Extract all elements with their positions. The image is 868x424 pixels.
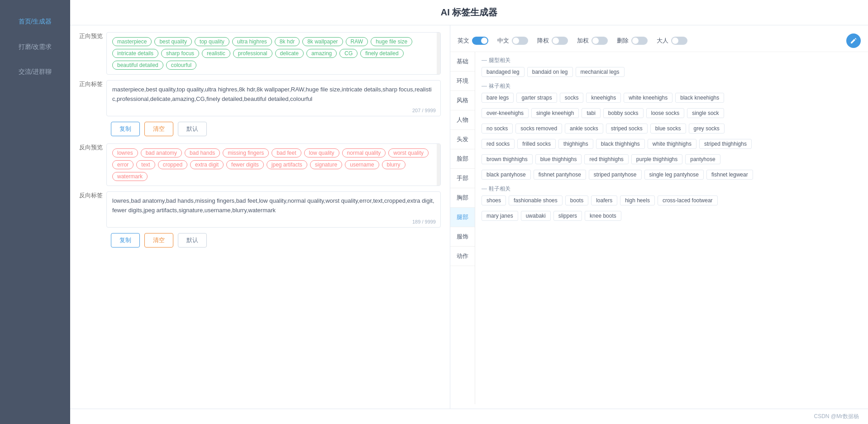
category-item-8[interactable]: 腿部: [450, 208, 475, 227]
toggle-switch-1[interactable]: [512, 37, 528, 45]
tag-item[interactable]: bandaid on leg: [527, 67, 573, 77]
tag-item[interactable]: purple thighhighs: [631, 154, 682, 164]
negative-tag[interactable]: fewer digits: [226, 160, 264, 169]
toggle-switch-4[interactable]: [631, 37, 648, 45]
negative-tag[interactable]: normal quality: [342, 148, 386, 157]
positive-tag[interactable]: CG: [339, 49, 358, 58]
tag-item[interactable]: brown thighhighs: [482, 154, 533, 164]
positive-tag[interactable]: RAW: [346, 37, 368, 46]
tag-item[interactable]: no socks: [482, 124, 513, 133]
tag-item[interactable]: black kneehighs: [675, 93, 724, 103]
tag-item[interactable]: fishnet pantyhose: [534, 170, 586, 180]
tag-item[interactable]: white kneehighs: [624, 93, 672, 103]
positive-tag[interactable]: top quality: [195, 37, 229, 46]
positive-scrollbar[interactable]: [437, 33, 440, 74]
tag-item[interactable]: cross-laced footwear: [658, 195, 718, 205]
tag-item[interactable]: white thighhighs: [648, 139, 696, 149]
tag-item[interactable]: slippers: [553, 211, 582, 221]
positive-tag[interactable]: best quality: [154, 37, 192, 46]
tag-item[interactable]: blue socks: [650, 124, 686, 133]
positive-tag[interactable]: huge file size: [371, 37, 412, 46]
tag-item[interactable]: single leg pantyhose: [644, 170, 704, 180]
sidebar-item-community[interactable]: 交流/进群聊: [0, 59, 70, 85]
tag-item[interactable]: bobby socks: [603, 108, 644, 118]
negative-tag[interactable]: missing fingers: [223, 148, 269, 157]
tag-item[interactable]: black pantyhose: [482, 170, 531, 180]
tag-item[interactable]: tabi: [582, 108, 600, 118]
negative-tag[interactable]: cropped: [158, 160, 187, 169]
category-item-7[interactable]: 胸部: [450, 188, 475, 208]
tag-item[interactable]: shoes: [482, 195, 506, 205]
tag-item[interactable]: boots: [565, 195, 588, 205]
tag-item[interactable]: black thighhighs: [596, 139, 645, 149]
tag-item[interactable]: mary janes: [482, 211, 518, 221]
tag-item[interactable]: socks removed: [515, 124, 562, 133]
positive-default-button[interactable]: 默认: [178, 122, 207, 136]
tag-item[interactable]: over-kneehighs: [482, 108, 529, 118]
negative-copy-button[interactable]: 复制: [111, 233, 140, 248]
positive-tag[interactable]: ultra highres: [232, 37, 272, 46]
negative-tag[interactable]: low quality: [304, 148, 339, 157]
tag-item[interactable]: single kneehigh: [531, 108, 579, 118]
tag-item[interactable]: fashionable shoes: [509, 195, 563, 205]
edit-icon-button[interactable]: [846, 33, 861, 48]
negative-clear-button[interactable]: 清空: [144, 233, 173, 248]
tag-item[interactable]: mechanical legs: [576, 67, 625, 77]
tag-item[interactable]: kneehighs: [586, 93, 621, 103]
tag-item[interactable]: socks: [560, 93, 584, 103]
tag-item[interactable]: fishnet legwear: [706, 170, 753, 180]
category-item-1[interactable]: 环境: [450, 71, 475, 91]
positive-tag[interactable]: amazing: [306, 49, 337, 58]
tag-item[interactable]: bare legs: [482, 93, 514, 103]
positive-copy-button[interactable]: 复制: [111, 122, 140, 136]
tag-item[interactable]: garter straps: [516, 93, 557, 103]
sidebar-item-polish[interactable]: 打磨/改需求: [0, 34, 70, 60]
negative-tag[interactable]: lowres: [112, 148, 138, 157]
negative-tag[interactable]: blurry: [382, 160, 405, 169]
tag-item[interactable]: striped socks: [606, 124, 648, 133]
negative-tag[interactable]: bad feet: [272, 148, 301, 157]
tag-item[interactable]: single sock: [687, 108, 724, 118]
positive-tag[interactable]: finely detailed: [360, 49, 403, 58]
category-item-9[interactable]: 服饰: [450, 227, 475, 247]
negative-tag[interactable]: jpeg artifacts: [267, 160, 307, 169]
tag-item[interactable]: striped thighhighs: [699, 139, 752, 149]
tag-item[interactable]: loafers: [591, 195, 617, 205]
positive-tag[interactable]: colourful: [166, 61, 196, 70]
category-item-5[interactable]: 脸部: [450, 149, 475, 169]
negative-tag[interactable]: extra digit: [190, 160, 224, 169]
negative-tag[interactable]: watermark: [112, 172, 148, 181]
positive-tag[interactable]: masterpiece: [112, 37, 152, 46]
tag-item[interactable]: pantyhose: [685, 154, 720, 164]
negative-default-button[interactable]: 默认: [178, 233, 207, 248]
negative-tag[interactable]: bad anatomy: [141, 148, 182, 157]
positive-tag[interactable]: 8k wallpaper: [302, 37, 343, 46]
tag-item[interactable]: striped pantyhose: [589, 170, 642, 180]
category-item-3[interactable]: 人物: [450, 110, 475, 130]
negative-tag[interactable]: worst quality: [388, 148, 429, 157]
positive-tag[interactable]: professional: [233, 49, 272, 58]
toggle-switch-2[interactable]: [552, 37, 568, 45]
toggle-switch-3[interactable]: [591, 37, 608, 45]
positive-tag[interactable]: intricate details: [112, 49, 158, 58]
positive-tag[interactable]: delicate: [275, 49, 304, 58]
tag-item[interactable]: red thighhighs: [584, 154, 628, 164]
category-item-10[interactable]: 动作: [450, 247, 475, 266]
tag-item[interactable]: frilled socks: [517, 139, 556, 149]
tag-item[interactable]: ankle socks: [565, 124, 603, 133]
negative-textarea[interactable]: lowres,bad anatomy,bad hands,missing fin…: [106, 191, 441, 228]
negative-tag[interactable]: bad hands: [185, 148, 220, 157]
tag-item[interactable]: blue thighhighs: [535, 154, 582, 164]
positive-clear-button[interactable]: 清空: [144, 122, 173, 136]
negative-tag[interactable]: signature: [310, 160, 342, 169]
tag-item[interactable]: bandaged leg: [482, 67, 525, 77]
category-item-6[interactable]: 手部: [450, 169, 475, 188]
tag-item[interactable]: red socks: [482, 139, 515, 149]
negative-tag[interactable]: error: [112, 160, 134, 169]
sidebar-item-home[interactable]: 首页/生成器: [0, 9, 70, 34]
category-item-2[interactable]: 风格: [450, 91, 475, 110]
negative-tag[interactable]: username: [345, 160, 379, 169]
negative-scrollbar[interactable]: [437, 144, 440, 186]
positive-textarea[interactable]: masterpiece,best quality,top quality,ult…: [106, 80, 441, 116]
positive-tag[interactable]: beautiful detailed: [112, 61, 163, 70]
